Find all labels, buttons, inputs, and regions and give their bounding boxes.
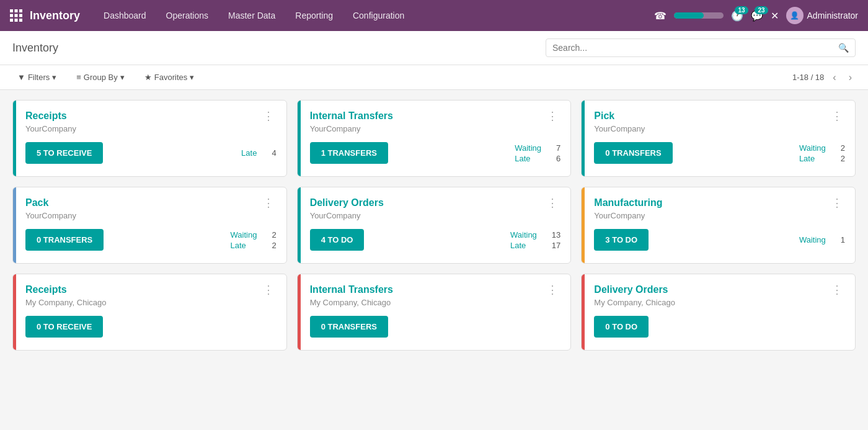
pagination-info: 1-18 / 18 — [792, 73, 824, 82]
sub-header: Inventory 🔍 — [0, 31, 868, 65]
card-menu-btn[interactable]: ⋮ — [544, 284, 560, 295]
card-action-btn[interactable]: 1 TRANSFERS — [310, 142, 388, 164]
nav-right: ☎ 🕐 13 💬 23 ✕ 👤 Administrator — [654, 7, 858, 24]
card-subtitle: YourCompany — [594, 211, 845, 220]
nav-configuration[interactable]: Configuration — [344, 6, 413, 25]
app-brand: Inventory — [30, 9, 80, 22]
card-border — [582, 274, 585, 350]
card-action-btn[interactable]: 4 TO DO — [310, 229, 365, 251]
card-menu-btn[interactable]: ⋮ — [829, 110, 845, 122]
stat-label: Late — [515, 154, 530, 163]
card-menu-btn[interactable]: ⋮ — [260, 197, 277, 208]
card-subtitle: YourCompany — [25, 124, 277, 133]
favorites-button[interactable]: ★ Favorites ▾ — [140, 70, 199, 84]
stat-row: Late 4 — [241, 148, 277, 158]
card-menu-btn[interactable]: ⋮ — [260, 110, 277, 122]
stat-label: Waiting — [231, 230, 257, 240]
card-action-row: 4 TO DO Waiting 13 Late 17 — [310, 229, 561, 251]
filters-button[interactable]: ▼ Filters ▾ — [12, 70, 61, 84]
card-internal-transfers-chicago: Internal Transfers ⋮ My Company, Chicago… — [297, 274, 572, 351]
card-border — [13, 101, 16, 176]
card-action-row: 0 TRANSFERS Waiting 2 Late 2 — [594, 142, 845, 164]
card-action-btn[interactable]: 0 TO RECEIVE — [25, 316, 103, 338]
stat-label: Waiting — [799, 235, 826, 244]
clock-icon[interactable]: 🕐 13 — [731, 10, 743, 22]
card-action-btn[interactable]: 3 TO DO — [594, 229, 649, 251]
card-action-btn[interactable]: 0 TRANSFERS — [25, 229, 104, 251]
card-action-row: 0 TRANSFERS — [310, 316, 561, 338]
user-menu[interactable]: 👤 Administrator — [786, 7, 858, 24]
card-action-btn[interactable]: 0 TRANSFERS — [594, 142, 672, 164]
card-action-btn[interactable]: 0 TO DO — [594, 316, 649, 338]
card-title[interactable]: Pick — [594, 110, 614, 122]
card-subtitle: YourCompany — [310, 124, 561, 133]
card-title[interactable]: Internal Transfers — [310, 110, 393, 122]
stat-row: Waiting 2 — [799, 143, 845, 153]
card-title[interactable]: Delivery Orders — [594, 284, 668, 295]
card-menu-btn[interactable]: ⋮ — [544, 110, 560, 122]
card-body: Internal Transfers ⋮ YourCompany 1 TRANS… — [298, 101, 571, 176]
svg-rect-6 — [10, 19, 13, 22]
svg-rect-0 — [10, 9, 13, 12]
groupby-button[interactable]: ≡ Group By ▾ — [71, 70, 130, 84]
card-menu-btn[interactable]: ⋮ — [544, 197, 560, 208]
card-title[interactable]: Receipts — [25, 110, 67, 122]
card-manufacturing-yourcompany: Manufacturing ⋮ YourCompany 3 TO DO Wait… — [581, 187, 856, 264]
card-action-btn[interactable]: 5 TO RECEIVE — [25, 142, 103, 164]
close-icon[interactable]: ✕ — [771, 10, 779, 22]
card-menu-btn[interactable]: ⋮ — [260, 284, 277, 295]
card-delivery-orders-yourcompany: Delivery Orders ⋮ YourCompany 4 TO DO Wa… — [297, 187, 572, 264]
svg-rect-3 — [10, 14, 13, 17]
search-icon: 🔍 — [838, 43, 849, 53]
pagination: 1-18 / 18 ‹ › — [792, 71, 856, 84]
card-border — [13, 274, 16, 350]
page-next-arrow[interactable]: › — [845, 71, 856, 84]
search-input[interactable] — [552, 43, 838, 53]
svg-rect-5 — [19, 14, 22, 17]
filters-bar: ▼ Filters ▾ ≡ Group By ▾ ★ Favorites ▾ 1… — [0, 65, 868, 90]
card-action-row: 0 TO DO — [594, 316, 845, 338]
grid-menu-icon[interactable] — [10, 9, 22, 22]
stat-value: 13 — [552, 230, 560, 240]
nav-reporting[interactable]: Reporting — [286, 6, 342, 25]
page-title: Inventory — [12, 42, 546, 55]
stat-row: Waiting 1 — [799, 235, 845, 244]
card-menu-btn[interactable]: ⋮ — [829, 284, 845, 295]
card-action-btn[interactable]: 0 TRANSFERS — [310, 316, 388, 338]
card-title[interactable]: Pack — [25, 197, 48, 208]
nav-master-data[interactable]: Master Data — [219, 6, 284, 25]
card-body: Delivery Orders ⋮ My Company, Chicago 0 … — [582, 274, 855, 350]
card-menu-btn[interactable]: ⋮ — [829, 197, 845, 208]
card-body: Delivery Orders ⋮ YourCompany 4 TO DO Wa… — [298, 187, 571, 263]
nav-menu: Dashboard Operations Master Data Reporti… — [95, 6, 654, 25]
svg-rect-4 — [15, 14, 18, 17]
stat-row: Waiting 7 — [515, 143, 560, 153]
card-pick-yourcompany: Pick ⋮ YourCompany 0 TRANSFERS Waiting 2… — [581, 100, 856, 177]
card-title[interactable]: Receipts — [25, 284, 67, 295]
card-title[interactable]: Delivery Orders — [310, 197, 384, 208]
groupby-chevron: ▾ — [120, 73, 125, 82]
stat-label: Waiting — [515, 143, 541, 153]
card-title[interactable]: Manufacturing — [594, 197, 662, 208]
card-action-row: 1 TRANSFERS Waiting 7 Late 6 — [310, 142, 561, 164]
card-border — [582, 101, 585, 176]
phone-icon[interactable]: ☎ — [654, 10, 666, 22]
nav-dashboard[interactable]: Dashboard — [95, 6, 155, 25]
favorites-chevron: ▾ — [190, 73, 194, 82]
card-border — [298, 101, 301, 176]
filter-chevron: ▾ — [52, 73, 56, 82]
stat-label: Waiting — [510, 230, 537, 240]
card-border — [298, 187, 301, 263]
stat-label: Late — [510, 241, 526, 250]
card-action-row: 5 TO RECEIVE Late 4 — [25, 142, 277, 164]
card-subtitle: My Company, Chicago — [25, 298, 277, 307]
card-body: Manufacturing ⋮ YourCompany 3 TO DO Wait… — [582, 187, 855, 263]
stat-value: 2 — [841, 154, 845, 163]
search-bar[interactable]: 🔍 — [546, 38, 856, 57]
card-title[interactable]: Internal Transfers — [310, 284, 393, 295]
page-prev-arrow[interactable]: ‹ — [829, 71, 839, 84]
chat-icon[interactable]: 💬 23 — [751, 10, 763, 22]
nav-operations[interactable]: Operations — [157, 6, 217, 25]
card-subtitle: My Company, Chicago — [594, 298, 845, 307]
groupby-label: Group By — [84, 73, 118, 82]
